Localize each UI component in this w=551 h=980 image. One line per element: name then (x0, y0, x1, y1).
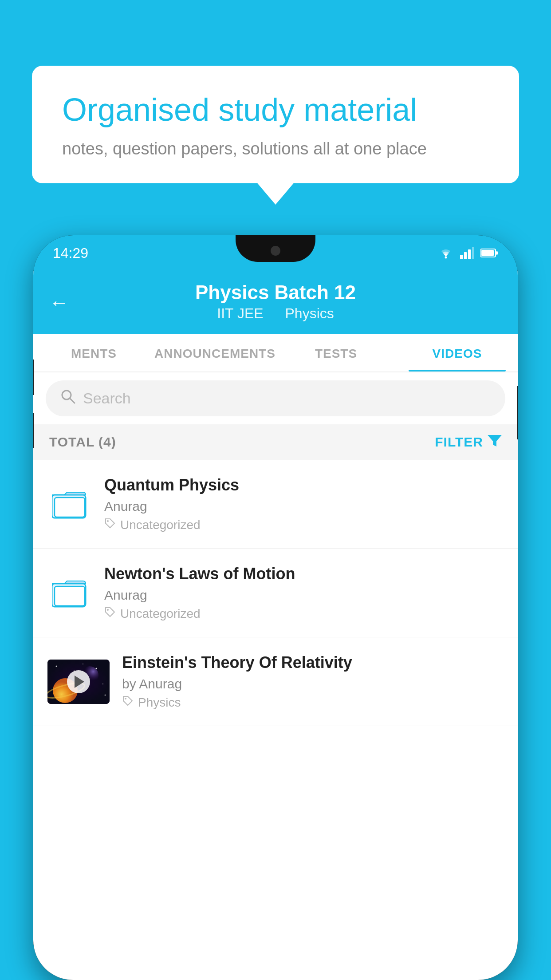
svg-rect-15 (55, 586, 85, 606)
svg-rect-1 (460, 255, 463, 259)
video-list: Quantum Physics Anurag Uncategorized (33, 460, 518, 726)
status-bar: 14:29 (33, 235, 518, 271)
svg-point-27 (125, 698, 126, 699)
status-icons (438, 247, 498, 259)
tag-icon (104, 518, 116, 532)
video-author: Anurag (104, 588, 504, 603)
tab-tests[interactable]: TESTS (276, 334, 397, 371)
batch-subtitle: IIT JEE Physics (51, 305, 500, 322)
svg-point-26 (105, 694, 106, 695)
play-triangle-icon (75, 676, 84, 688)
filter-label: FILTER (435, 435, 483, 450)
search-container: Search (33, 372, 518, 424)
filter-button[interactable]: FILTER (435, 433, 502, 451)
svg-line-9 (70, 399, 75, 403)
video-tag: Uncategorized (104, 606, 504, 621)
battery-icon (480, 248, 498, 258)
tag-label: Uncategorized (120, 607, 201, 621)
folder-icon (52, 577, 87, 609)
wifi-icon (438, 247, 454, 259)
svg-point-24 (102, 684, 103, 684)
tag-icon (104, 606, 116, 621)
list-item[interactable]: Newton's Laws of Motion Anurag Uncategor… (33, 549, 518, 637)
search-icon (60, 388, 76, 408)
filter-row: TOTAL (4) FILTER (33, 424, 518, 460)
svg-point-23 (96, 668, 97, 669)
phone-power-button (517, 386, 518, 439)
video-author: by Anurag (122, 676, 504, 692)
list-item[interactable]: Quantum Physics Anurag Uncategorized (33, 460, 518, 549)
svg-point-13 (107, 520, 109, 522)
folder-icon-wrap (47, 571, 92, 615)
svg-marker-10 (488, 435, 502, 447)
camera (271, 246, 280, 256)
video-thumbnail[interactable] (47, 660, 110, 704)
back-button[interactable]: ← (49, 292, 69, 314)
video-info: Newton's Laws of Motion Anurag Uncategor… (104, 565, 504, 621)
tab-announcements[interactable]: ANNOUNCEMENTS (154, 334, 276, 371)
video-info: Einstein's Theory Of Relativity by Anura… (122, 653, 504, 710)
speech-bubble-subtitle: notes, question papers, solutions all at… (62, 139, 489, 158)
search-bar[interactable]: Search (46, 380, 505, 416)
folder-icon (52, 488, 87, 520)
speech-bubble: Organised study material notes, question… (32, 66, 519, 183)
speech-bubble-title: Organised study material (62, 91, 489, 129)
video-author: Anurag (104, 499, 504, 514)
video-title: Newton's Laws of Motion (104, 565, 504, 583)
batch-subject: Physics (285, 305, 334, 321)
svg-rect-4 (472, 247, 474, 259)
video-info: Quantum Physics Anurag Uncategorized (104, 476, 504, 532)
svg-rect-7 (496, 251, 498, 255)
phone-frame: 14:29 (33, 235, 518, 980)
tab-ments[interactable]: MENTS (33, 334, 154, 371)
play-button[interactable] (67, 670, 90, 693)
phone-volume-down-button (33, 413, 34, 448)
tab-videos[interactable]: VIDEOS (397, 334, 518, 371)
tabs-bar: MENTS ANNOUNCEMENTS TESTS VIDEOS (33, 334, 518, 372)
total-count: TOTAL (4) (49, 435, 116, 450)
folder-icon-wrap (47, 482, 92, 526)
svg-point-22 (83, 664, 83, 664)
svg-point-0 (445, 257, 447, 259)
svg-rect-3 (468, 249, 471, 259)
video-title: Quantum Physics (104, 476, 504, 494)
video-tag: Uncategorized (104, 518, 504, 532)
video-tag: Physics (122, 695, 504, 710)
filter-icon (488, 433, 502, 451)
svg-point-21 (56, 665, 57, 667)
status-time: 14:29 (53, 245, 88, 261)
phone-notch (236, 235, 315, 262)
video-title: Einstein's Theory Of Relativity (122, 653, 504, 672)
search-placeholder: Search (83, 390, 131, 407)
tag-label: Physics (138, 695, 181, 710)
list-item[interactable]: Einstein's Theory Of Relativity by Anura… (33, 637, 518, 726)
batch-title: Physics Batch 12 (51, 281, 500, 304)
svg-rect-12 (55, 498, 85, 517)
svg-rect-2 (464, 252, 467, 259)
app-header: ← Physics Batch 12 IIT JEE Physics (33, 271, 518, 334)
svg-point-16 (107, 609, 109, 611)
tag-label: Uncategorized (120, 518, 201, 532)
batch-category: IIT JEE (217, 305, 263, 321)
signal-icon (460, 247, 474, 259)
svg-rect-6 (481, 250, 494, 256)
tag-icon (122, 695, 134, 710)
phone-screen: ← Physics Batch 12 IIT JEE Physics MENTS… (33, 271, 518, 980)
